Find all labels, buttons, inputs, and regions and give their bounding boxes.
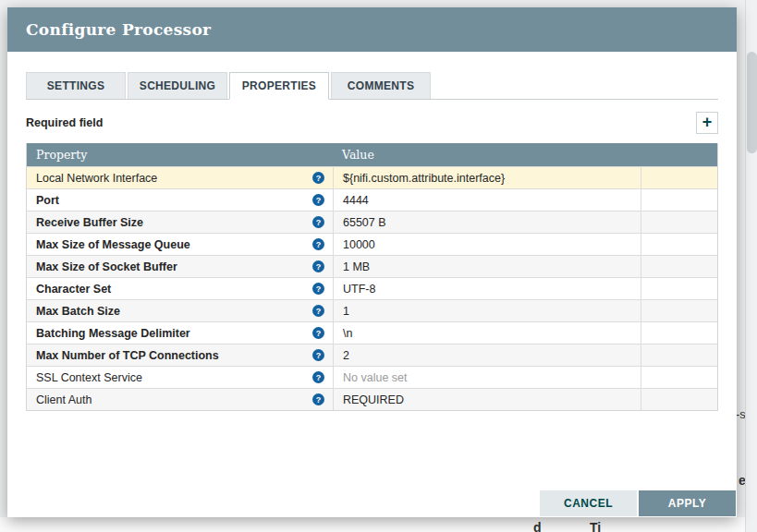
property-name-cell: Client Auth?	[27, 389, 333, 410]
row-filler-cell	[641, 278, 717, 299]
background-text-fragment: d	[533, 520, 542, 532]
required-field-label: Required field	[26, 116, 103, 129]
property-name-label: Batching Message Delimiter	[36, 327, 190, 340]
help-icon[interactable]: ?	[312, 260, 324, 272]
help-icon[interactable]: ?	[312, 305, 324, 317]
tab-scheduling[interactable]: SCHEDULING	[128, 72, 227, 99]
tab-settings[interactable]: SETTINGS	[26, 72, 126, 99]
property-name-label: Max Size of Socket Buffer	[36, 260, 177, 273]
properties-table: Property Value Local Network Interface?$…	[26, 143, 718, 411]
property-row[interactable]: Client Auth?REQUIRED	[27, 388, 717, 410]
property-row[interactable]: Max Number of TCP Connections?2	[27, 344, 717, 366]
property-name-label: Character Set	[36, 283, 111, 296]
add-property-button[interactable]: +	[696, 112, 718, 134]
help-icon[interactable]: ?	[312, 238, 324, 250]
dialog-header: Configure Processor	[7, 7, 737, 52]
property-name-cell: Max Size of Socket Buffer?	[27, 256, 333, 277]
dialog-body: SETTINGSSCHEDULINGPROPERTIESCOMMENTS Req…	[7, 52, 737, 411]
apply-button[interactable]: APPLY	[639, 490, 736, 516]
property-row[interactable]: Port?4444	[27, 188, 717, 211]
help-icon[interactable]: ?	[312, 172, 324, 184]
help-icon[interactable]: ?	[312, 371, 324, 383]
row-filler-cell	[641, 345, 717, 366]
property-name-cell: Max Batch Size?	[27, 300, 333, 321]
configure-processor-dialog: Configure Processor SETTINGSSCHEDULINGPR…	[7, 7, 737, 517]
column-header-value: Value	[333, 143, 641, 166]
cancel-button[interactable]: CANCEL	[540, 490, 637, 516]
property-value-cell[interactable]: REQUIRED	[333, 389, 641, 410]
property-name-label: SSL Context Service	[36, 371, 142, 384]
property-name-cell: Character Set?	[27, 278, 333, 299]
background-canvas-strip	[0, 517, 745, 532]
property-value-cell[interactable]: 65507 B	[333, 212, 641, 233]
property-value-cell[interactable]: \n	[333, 322, 641, 344]
tab-comments[interactable]: COMMENTS	[331, 72, 431, 99]
properties-toolbar: Required field +	[26, 112, 718, 134]
property-value-cell[interactable]: 2	[333, 345, 641, 366]
property-value-cell[interactable]: UTF-8	[333, 278, 641, 299]
row-filler-cell	[641, 322, 717, 344]
property-name-label: Max Batch Size	[36, 305, 120, 318]
property-name-cell: SSL Context Service?	[27, 367, 333, 388]
help-icon[interactable]: ?	[312, 349, 324, 361]
property-name-label: Local Network Interface	[36, 172, 157, 185]
property-row[interactable]: Max Size of Message Queue?10000	[27, 233, 717, 255]
property-value-cell[interactable]: 4444	[333, 189, 641, 211]
help-icon[interactable]: ?	[312, 194, 324, 206]
plus-icon: +	[702, 114, 713, 130]
row-filler-cell	[641, 300, 717, 321]
dialog-footer: CANCEL APPLY	[540, 490, 736, 516]
property-value-cell[interactable]: 10000	[333, 234, 641, 255]
help-icon[interactable]: ?	[312, 327, 324, 339]
property-value-cell[interactable]: 1	[333, 300, 641, 321]
row-filler-cell	[641, 389, 717, 410]
dialog-title: Configure Processor	[26, 20, 211, 39]
row-filler-cell	[641, 167, 717, 188]
property-row[interactable]: Max Size of Socket Buffer?1 MB	[27, 255, 717, 277]
property-value-cell[interactable]: 1 MB	[333, 256, 641, 277]
table-header-row: Property Value	[27, 143, 717, 166]
row-filler-cell	[641, 189, 717, 211]
tab-properties[interactable]: PROPERTIES	[229, 72, 329, 100]
page-scrollbar[interactable]	[745, 0, 757, 532]
row-filler-cell	[641, 234, 717, 255]
property-name-cell: Batching Message Delimiter?	[27, 322, 333, 344]
row-filler-cell	[641, 256, 717, 277]
help-icon[interactable]: ?	[312, 216, 324, 228]
property-row[interactable]: Receive Buffer Size?65507 B	[27, 211, 717, 233]
property-name-cell: Receive Buffer Size?	[27, 212, 333, 233]
property-value-cell[interactable]: No value set	[333, 367, 641, 388]
help-icon[interactable]: ?	[312, 393, 324, 405]
tab-bar: SETTINGSSCHEDULINGPROPERTIESCOMMENTS	[26, 72, 718, 100]
row-filler-cell	[641, 212, 717, 233]
property-name-label: Port	[36, 194, 59, 207]
scrollbar-thumb[interactable]	[747, 52, 757, 153]
property-name-cell: Max Size of Message Queue?	[27, 234, 333, 255]
row-filler-cell	[641, 367, 717, 388]
property-row[interactable]: Batching Message Delimiter?\n	[27, 321, 717, 344]
background-text-fragment: Ti	[590, 520, 601, 532]
property-row[interactable]: Character Set?UTF-8	[27, 277, 717, 299]
property-name-cell: Local Network Interface?	[27, 167, 333, 188]
property-name-label: Client Auth	[36, 393, 92, 406]
property-name-label: Max Size of Message Queue	[36, 238, 190, 251]
property-row[interactable]: SSL Context Service?No value set	[27, 366, 717, 388]
property-name-cell: Max Number of TCP Connections?	[27, 345, 333, 366]
property-row[interactable]: Max Batch Size?1	[27, 299, 717, 321]
column-header-filler	[641, 143, 717, 166]
property-name-label: Max Number of TCP Connections	[36, 349, 219, 362]
column-header-property: Property	[27, 143, 333, 166]
property-value-cell[interactable]: ${nifi.custom.attribute.interface}	[333, 167, 641, 188]
property-name-cell: Port?	[27, 189, 333, 211]
help-icon[interactable]: ?	[312, 283, 324, 295]
property-row[interactable]: Local Network Interface?${nifi.custom.at…	[27, 166, 717, 188]
property-name-label: Receive Buffer Size	[36, 216, 143, 229]
